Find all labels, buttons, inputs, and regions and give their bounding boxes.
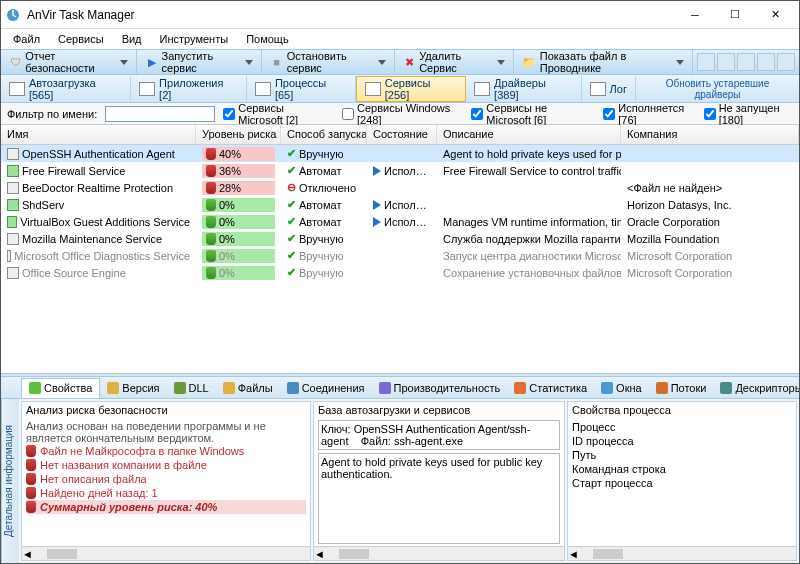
tab-label: Производительность <box>394 382 501 394</box>
risk-value: 28% <box>219 182 241 194</box>
company: Oracle Corporation <box>621 216 799 228</box>
app1-icon[interactable] <box>697 53 715 71</box>
table-row[interactable]: Free Firewall Service36%✔АвтоматИспол…Fr… <box>1 162 799 179</box>
tab-icon <box>474 82 490 96</box>
service-icon <box>7 165 19 177</box>
detail-tab-Версия[interactable]: Версия <box>100 379 166 397</box>
table-row[interactable]: VirtualBox Guest Additions Service0%✔Авт… <box>1 213 799 230</box>
key-value-text[interactable] <box>318 420 560 450</box>
detail-tab-Статистика[interactable]: Статистика <box>507 379 594 397</box>
table-row[interactable]: OpenSSH Authentication Agent40%✔ВручнуюA… <box>1 145 799 162</box>
table-row[interactable]: Microsoft Office Diagnostics Service0%✔В… <box>1 247 799 264</box>
checkbox[interactable] <box>704 108 716 120</box>
detail-tab-Соединения[interactable]: Соединения <box>280 379 372 397</box>
checkbox[interactable] <box>223 108 235 120</box>
checkbox[interactable] <box>603 108 615 120</box>
shield-icon <box>206 267 216 279</box>
table-row[interactable]: Mozilla Maintenance Service0%✔ВручнуюСлу… <box>1 230 799 247</box>
shield-icon <box>206 250 216 262</box>
tab-icon <box>590 82 606 96</box>
window-title: AnVir Task Manager <box>27 8 675 22</box>
detail-panel: СвойстваВерсияDLLФайлыСоединенияПроизвод… <box>1 377 799 563</box>
side-label: Детальная информация <box>1 399 19 563</box>
company: Microsoft Corporation <box>621 267 799 279</box>
filter-check-2[interactable]: Сервисы не Microsoft [6] <box>471 102 591 126</box>
security-report-button[interactable]: 🛡Отчет безопасности <box>1 50 137 74</box>
prop-row: ID процесса <box>572 434 792 448</box>
tab-label: Статистика <box>529 382 587 394</box>
filter-check-0[interactable]: Сервисы Microsoft [2] <box>223 102 330 126</box>
detail-tabs: СвойстваВерсияDLLФайлыСоединенияПроизвод… <box>1 377 799 399</box>
service-icon <box>7 267 19 279</box>
column-header[interactable]: Имя <box>1 125 196 144</box>
start-service-button[interactable]: ▶Запустить сервис <box>137 50 262 74</box>
detail-tab-DLL[interactable]: DLL <box>167 379 216 397</box>
filter-check-4[interactable]: Не запущен [180] <box>704 102 793 126</box>
show-in-explorer-button[interactable]: 📁Показать файл в Проводнике <box>514 50 693 74</box>
tab-apps[interactable]: Приложения [2] <box>131 76 247 102</box>
service-icon <box>7 148 19 160</box>
app5-icon[interactable] <box>777 53 795 71</box>
column-header[interactable]: Способ запуска <box>281 125 367 144</box>
scrollbar[interactable]: ◄ <box>568 546 796 560</box>
close-button[interactable]: ✕ <box>755 3 795 27</box>
column-header[interactable]: Компания <box>621 125 799 144</box>
state-text: Испол… <box>384 199 427 211</box>
risk-value: 36% <box>219 165 241 177</box>
shield-icon <box>26 459 36 471</box>
chevron-down-icon <box>120 60 128 65</box>
scrollbar[interactable]: ◄ <box>314 546 564 560</box>
checkbox[interactable] <box>471 108 483 120</box>
tab-icon <box>223 382 235 394</box>
detail-tab-Свойства[interactable]: Свойства <box>21 378 100 398</box>
menu-Помощь[interactable]: Помощь <box>238 31 297 47</box>
tab-icon <box>379 382 391 394</box>
minimize-button[interactable]: ─ <box>675 3 715 27</box>
startup-db-pane: База автозагрузки и сервисов Agent to ho… <box>313 401 565 561</box>
column-header[interactable]: Состояние <box>367 125 437 144</box>
detail-tab-Окна[interactable]: Окна <box>594 379 649 397</box>
chevron-down-icon <box>497 60 505 65</box>
column-header[interactable]: Описание <box>437 125 621 144</box>
tab-icon <box>365 82 381 96</box>
main-toolbar: 🛡Отчет безопасности▶Запустить сервис■Ост… <box>1 49 799 75</box>
menu-Сервисы[interactable]: Сервисы <box>50 31 112 47</box>
table-row[interactable]: Office Source Engine0%✔ВручнуюСохранение… <box>1 264 799 281</box>
tab-label: Потоки <box>671 382 707 394</box>
tab-startup[interactable]: Автозагрузка [565] <box>1 76 131 102</box>
detail-tab-Производительность[interactable]: Производительность <box>372 379 508 397</box>
description-text[interactable]: Agent to hold private keys used for publ… <box>318 453 560 544</box>
filter-check-1[interactable]: Сервисы Windows [248] <box>342 102 459 126</box>
menu-Вид[interactable]: Вид <box>114 31 150 47</box>
column-header[interactable]: Уровень риска <box>196 125 281 144</box>
detail-tab-Потоки[interactable]: Потоки <box>649 379 714 397</box>
tab-drivers[interactable]: Драйверы [389] <box>466 76 581 102</box>
checkbox[interactable] <box>342 108 354 120</box>
menu-Файл[interactable]: Файл <box>5 31 48 47</box>
detail-tab-Дескрипторы[interactable]: Дескрипторы <box>713 379 800 397</box>
tab-label: Окна <box>616 382 642 394</box>
app4-icon[interactable] <box>757 53 775 71</box>
tab-processes[interactable]: Процессы [65] <box>247 76 356 102</box>
stop-service-button[interactable]: ■Остановить сервис <box>262 50 395 74</box>
tab-log[interactable]: Лог <box>582 76 636 102</box>
launch-type: Автомат <box>299 165 341 177</box>
table-row[interactable]: ShdServ0%✔АвтоматИспол…Horizon Datasys, … <box>1 196 799 213</box>
launch-type: Вручную <box>299 267 343 279</box>
table-row[interactable]: BeeDoctor Realtime Protection28%⊖Отключе… <box>1 179 799 196</box>
app2-icon[interactable] <box>717 53 735 71</box>
filter-check-3[interactable]: Исполняется [76] <box>603 102 691 126</box>
refresh-drivers-link[interactable]: Обновить устаревшие драйверы <box>636 78 799 100</box>
tab-services[interactable]: Сервисы [256] <box>356 76 466 102</box>
menu-Инструменты[interactable]: Инструменты <box>152 31 237 47</box>
risk-item: Нет названия компании в файле <box>26 458 306 472</box>
tab-label: Версия <box>122 382 159 394</box>
filter-input[interactable] <box>105 106 215 122</box>
detail-tab-Файлы[interactable]: Файлы <box>216 379 280 397</box>
filter-label: Фильтр по имени: <box>7 108 97 120</box>
tab-icon <box>656 382 668 394</box>
delete-service-button[interactable]: ✖Удалить Сервис <box>395 50 514 74</box>
app3-icon[interactable] <box>737 53 755 71</box>
scrollbar[interactable]: ◄ <box>22 546 310 560</box>
maximize-button[interactable]: ☐ <box>715 3 755 27</box>
